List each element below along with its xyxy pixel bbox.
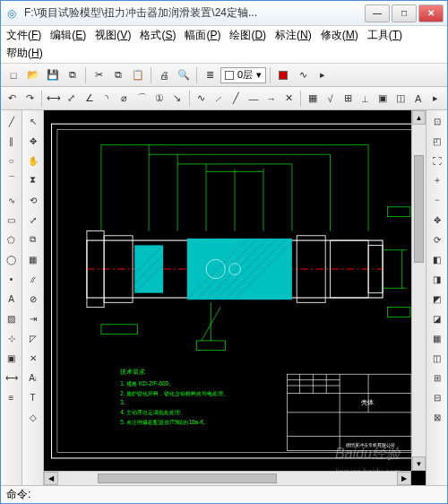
scroll-down-icon[interactable]: ▼ — [412, 456, 426, 471]
extend-icon[interactable]: ⇥ — [24, 309, 42, 327]
dim-dia-icon[interactable]: ⌀ — [116, 90, 133, 108]
more-icon[interactable]: ▸ — [314, 66, 332, 84]
command-input[interactable] — [34, 489, 442, 501]
save-icon[interactable]: 💾 — [44, 66, 62, 84]
pline-icon[interactable]: ∥ — [3, 132, 21, 150]
vertical-scrollbar[interactable]: ▲ ▼ — [411, 110, 426, 471]
text3-icon[interactable]: T — [24, 388, 42, 406]
more2-icon[interactable]: ▸ — [427, 90, 444, 108]
color-swatch-icon[interactable] — [274, 66, 292, 84]
view-a-icon[interactable]: ⟳ — [428, 230, 446, 248]
menu-view[interactable]: 视图(V) — [95, 28, 131, 43]
scroll-thumb-v[interactable] — [414, 155, 424, 263]
menu-file[interactable]: 文件(F) — [6, 28, 41, 43]
text-icon[interactable]: A — [3, 290, 21, 308]
zoom-in-icon[interactable]: ＋ — [428, 171, 446, 189]
zoom-all-icon[interactable]: ◰ — [428, 132, 446, 150]
command-line[interactable]: 命令: — [1, 485, 447, 503]
view-c-icon[interactable]: ◨ — [428, 270, 446, 288]
zoom-win-icon[interactable]: ⊡ — [428, 112, 446, 130]
layer-icon[interactable]: ≣ — [201, 66, 219, 84]
view-d-icon[interactable]: ◩ — [428, 290, 446, 308]
minimize-button[interactable]: — — [365, 4, 390, 22]
leader-icon[interactable]: ↘ — [169, 90, 185, 108]
hatch-icon[interactable]: ▦ — [305, 90, 321, 108]
erase-icon[interactable]: ✕ — [24, 349, 42, 367]
scale-icon[interactable]: ⤢ — [24, 211, 42, 229]
misc-icon[interactable]: ≡ — [3, 388, 21, 406]
line-icon[interactable]: ╱ — [3, 112, 21, 130]
weld-icon[interactable]: ⟂ — [358, 90, 374, 108]
move-icon[interactable]: ✥ — [24, 132, 42, 150]
spline-icon[interactable]: ∿ — [3, 191, 21, 209]
view-j-icon[interactable]: ⊠ — [428, 408, 446, 426]
cross-icon[interactable]: ✕ — [281, 90, 297, 108]
break-icon[interactable]: ⊘ — [24, 290, 42, 308]
line2-icon[interactable]: — — [246, 90, 262, 108]
layer-selector[interactable]: 0层 ▾ — [220, 67, 266, 83]
dim-align-icon[interactable]: ⤢ — [64, 90, 80, 108]
scroll-right-icon[interactable]: ▶ — [397, 472, 411, 485]
menu-edit[interactable]: 编辑(E) — [50, 28, 86, 43]
copy2-icon[interactable]: ⧉ — [24, 230, 42, 248]
pan-icon[interactable]: ✋ — [24, 152, 42, 169]
linetype-icon[interactable]: ∿ — [294, 66, 312, 84]
menu-format[interactable]: 格式(S) — [140, 28, 176, 43]
rough-icon[interactable]: √ — [323, 90, 339, 108]
new-icon[interactable]: □ — [4, 66, 22, 84]
conline-icon[interactable]: ⊹ — [3, 329, 21, 347]
print-icon[interactable]: 🖨 — [155, 66, 173, 84]
mirror-icon[interactable]: ⧗ — [24, 171, 42, 189]
view-e-icon[interactable]: ◪ — [428, 309, 446, 327]
titlebar[interactable]: ◎ F:\项目试验模型\扭力冲击器加润滑装置\24定轴... — □ ✕ — [1, 1, 447, 26]
dim-radius-icon[interactable]: ◝ — [99, 90, 115, 108]
paste-icon[interactable]: 📋 — [129, 66, 147, 84]
hatch2-icon[interactable]: ▨ — [3, 309, 21, 327]
scroll-left-icon[interactable]: ◀ — [44, 472, 58, 485]
view-h-icon[interactable]: ⊞ — [428, 369, 446, 387]
menu-help[interactable]: 帮助(H) — [6, 46, 43, 61]
pline-icon[interactable]: ⟋ — [211, 90, 227, 108]
view-i-icon[interactable]: ⊟ — [428, 388, 446, 406]
saveall-icon[interactable]: ⧉ — [64, 66, 82, 84]
zoom-ext-icon[interactable]: ⛶ — [428, 152, 446, 169]
offset-icon[interactable]: ⫽ — [24, 270, 42, 288]
rotate-icon[interactable]: ⟲ — [24, 191, 42, 209]
array-icon[interactable]: ▦ — [24, 250, 42, 268]
poly-icon[interactable]: ⬠ — [3, 230, 21, 248]
open-icon[interactable]: 📂 — [24, 66, 42, 84]
pan-rt-icon[interactable]: ✥ — [428, 211, 446, 229]
menu-draw[interactable]: 绘图(D) — [229, 28, 266, 43]
tol-icon[interactable]: ⊞ — [340, 90, 356, 108]
preview-icon[interactable]: 🔍 — [175, 66, 193, 84]
view-b-icon[interactable]: ◧ — [428, 250, 446, 268]
rect-icon[interactable]: ▭ — [3, 211, 21, 229]
dim2-icon[interactable]: ⟷ — [3, 369, 21, 387]
menu-sheet[interactable]: 幅面(P) — [185, 28, 220, 43]
balloon-icon[interactable]: ① — [151, 90, 168, 108]
sym-icon[interactable]: ◫ — [392, 90, 409, 108]
dim-linear-icon[interactable]: ⟷ — [46, 90, 62, 108]
dim-angle-icon[interactable]: ∠ — [82, 90, 98, 108]
horizontal-scrollbar[interactable]: ◀ ▶ — [44, 471, 411, 485]
arrow-icon[interactable]: → — [263, 90, 280, 108]
cursor-icon[interactable]: ↖ — [24, 112, 42, 130]
close-button[interactable]: ✕ — [418, 4, 444, 22]
chamfer-icon[interactable]: ◸ — [24, 329, 42, 347]
slash-icon[interactable]: ╱ — [228, 90, 245, 108]
zoom-out-icon[interactable]: － — [428, 191, 446, 209]
circle-icon[interactable]: ○ — [3, 152, 21, 169]
point-icon[interactable]: • — [3, 270, 21, 288]
drawing-canvas[interactable]: 技术要求 1. 规格 KD-2/F-600。 2. 施护锁化环料，锁化合铀根料效… — [44, 110, 426, 485]
arc-icon[interactable]: ⌒ — [3, 171, 21, 189]
view-g-icon[interactable]: ◫ — [428, 349, 446, 367]
undo-icon[interactable]: ↶ — [4, 90, 21, 108]
cut-icon[interactable]: ✂ — [90, 66, 108, 84]
menu-modify[interactable]: 修改(M) — [321, 28, 358, 43]
maximize-button[interactable]: □ — [392, 4, 417, 22]
menu-dim[interactable]: 标注(N) — [275, 28, 312, 43]
cross2-icon[interactable]: ◇ — [24, 408, 42, 426]
menu-tools[interactable]: 工具(T) — [367, 28, 402, 43]
spline-icon[interactable]: ∿ — [193, 90, 209, 108]
view-f-icon[interactable]: ▦ — [428, 329, 446, 347]
